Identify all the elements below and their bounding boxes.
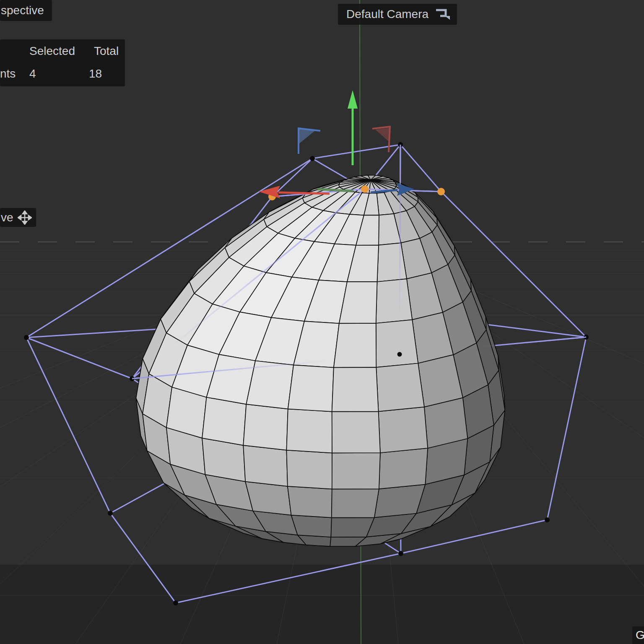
- active-tool-label[interactable]: ve: [0, 208, 36, 227]
- 3d-viewport[interactable]: spective Selected Total nts 4 18 Default…: [0, 0, 644, 644]
- corner-hud-label: G: [632, 626, 644, 644]
- camera-name-text: Default Camera: [346, 8, 428, 20]
- cage-point[interactable]: [108, 511, 113, 516]
- selection-stats-panel: Selected Total nts 4 18: [0, 39, 125, 86]
- cage-point[interactable]: [24, 335, 29, 340]
- stats-header-total: Total: [94, 45, 119, 57]
- tool-name-text: ve: [1, 212, 13, 223]
- cage-point[interactable]: [310, 156, 315, 161]
- cage-point[interactable]: [173, 600, 178, 605]
- cage-point[interactable]: [398, 551, 403, 556]
- stats-header-selected: Selected: [29, 45, 75, 57]
- stats-row-label: nts: [0, 68, 16, 80]
- gizmo-x-axis-handle[interactable]: [278, 192, 330, 194]
- selected-cage-point[interactable]: [361, 185, 369, 193]
- move-tool-icon: [18, 210, 32, 225]
- camera-icon[interactable]: [434, 7, 451, 21]
- scene-canvas[interactable]: [0, 0, 644, 644]
- cage-point[interactable]: [545, 517, 550, 522]
- viewport-name-text: spective: [1, 5, 44, 16]
- viewport-name-label[interactable]: spective: [0, 0, 52, 21]
- selected-cage-point[interactable]: [437, 188, 445, 195]
- stats-total-count: 18: [89, 68, 102, 80]
- stats-selected-count: 4: [29, 68, 36, 80]
- corner-hud-text: G: [636, 629, 644, 641]
- active-camera-label[interactable]: Default Camera: [338, 4, 457, 25]
- object-axis-point: [397, 352, 402, 357]
